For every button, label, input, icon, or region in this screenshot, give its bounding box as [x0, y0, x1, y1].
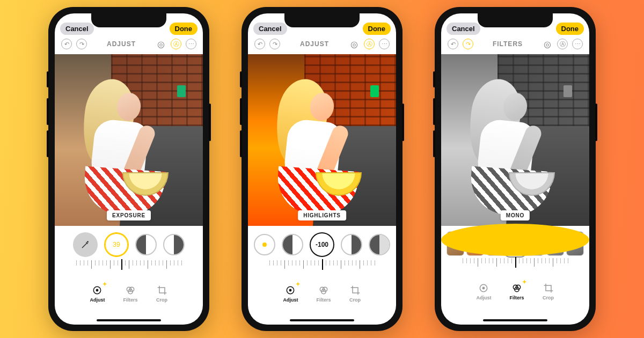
undo-icon[interactable]: ↶	[448, 39, 458, 49]
editor-subbar: ↶ ↷ ADJUST ◎ Ⓐ ⋯	[248, 38, 396, 54]
edited-photo[interactable]: HIGHLIGHTS	[248, 54, 396, 226]
device-notch	[284, 13, 360, 27]
crop-icon	[543, 282, 554, 294]
contrast-dial[interactable]	[369, 234, 390, 255]
auto-badge-icon: ✦	[296, 281, 300, 287]
highlights-dial[interactable]	[163, 234, 185, 255]
filter-thumbnails	[441, 226, 589, 258]
done-button[interactable]: Done	[363, 23, 391, 35]
cancel-button[interactable]: Cancel	[60, 23, 94, 35]
mode-adjust[interactable]: Adjust	[476, 282, 491, 300]
home-indicator	[290, 319, 354, 321]
highlights-dial[interactable]: -100	[310, 232, 334, 257]
value-slider-ruler[interactable]	[55, 260, 203, 276]
filters-icon	[511, 282, 523, 294]
auto-badge-icon: ✦	[103, 281, 107, 287]
brilliance-dial[interactable]	[282, 234, 303, 255]
markup-icon[interactable]: Ⓐ	[557, 39, 568, 49]
markup-icon[interactable]: Ⓐ	[364, 39, 375, 49]
svg-point-1	[97, 289, 98, 291]
shadows-dial[interactable]	[341, 234, 362, 255]
editor-subbar: ↶ ↷ FILTERS ◎ Ⓐ ⋯	[441, 38, 589, 54]
mode-filters[interactable]: Filters	[316, 284, 331, 303]
auto-enhance-dial[interactable]	[73, 232, 98, 257]
more-icon[interactable]: ⋯	[379, 39, 390, 49]
mode-crop[interactable]: Crop	[349, 284, 361, 303]
crop-icon	[349, 284, 361, 296]
filter-thumb-mono[interactable]	[506, 231, 524, 256]
editor-section-title: ADJUST	[91, 40, 151, 48]
auto-badge-icon: ✦	[522, 279, 526, 285]
toggle-preview-icon[interactable]: ◎	[156, 39, 166, 49]
editor-mode-tabs: ✦ Adjust Filters Crop	[55, 276, 203, 310]
device-notch	[478, 13, 553, 27]
mode-filters[interactable]: ✦ Filters	[509, 282, 524, 300]
mode-filters[interactable]: Filters	[123, 284, 137, 303]
home-indicator	[97, 319, 161, 321]
editor-section-title: FILTERS	[478, 40, 538, 48]
undo-icon[interactable]: ↶	[254, 39, 265, 49]
redo-icon[interactable]: ↷	[463, 39, 473, 49]
adjustment-name-chip: MONO	[501, 210, 530, 221]
redo-icon[interactable]: ↷	[269, 39, 280, 49]
adjustment-dials: -100	[248, 226, 396, 260]
adjustment-name-chip: EXPOSURE	[107, 210, 151, 221]
exposure-dial[interactable]: 39	[104, 232, 129, 257]
exposure-dial[interactable]	[254, 234, 275, 255]
mode-adjust[interactable]: ✦ Adjust	[90, 284, 105, 303]
adjustment-dials: 39	[55, 226, 203, 260]
redo-icon[interactable]: ↷	[76, 39, 87, 49]
home-indicator	[483, 319, 547, 321]
phone-mockup: Cancel Done ↶ ↷ FILTERS ◎ Ⓐ ⋯ MONO	[435, 7, 596, 331]
more-icon[interactable]: ⋯	[186, 39, 196, 49]
adjust-icon	[478, 282, 489, 294]
value-slider-ruler[interactable]	[441, 258, 589, 274]
filters-icon	[125, 284, 136, 296]
toggle-preview-icon[interactable]: ◎	[542, 39, 553, 49]
cancel-button[interactable]: Cancel	[447, 23, 480, 35]
editor-section-title: ADJUST	[284, 40, 345, 48]
crop-icon	[156, 284, 168, 296]
editor-mode-tabs: ✦ Adjust Filters Crop	[248, 276, 396, 310]
editor-subbar: ↶ ↷ ADJUST ◎ Ⓐ ⋯	[55, 38, 203, 54]
svg-point-6	[290, 289, 291, 291]
value-slider-ruler[interactable]	[248, 260, 396, 276]
editor-mode-tabs: Adjust ✦ Filters Crop	[441, 274, 589, 307]
device-notch	[91, 13, 166, 27]
adjust-icon	[91, 284, 103, 296]
mode-adjust[interactable]: ✦ Adjust	[283, 284, 298, 303]
mode-crop[interactable]: Crop	[543, 282, 554, 300]
adjust-icon	[284, 284, 296, 296]
markup-icon[interactable]: Ⓐ	[171, 39, 181, 49]
edited-photo[interactable]: EXPOSURE	[55, 54, 203, 226]
edited-photo[interactable]: MONO	[441, 54, 589, 226]
filters-icon	[318, 284, 330, 296]
phone-mockup: Cancel Done ↶ ↷ ADJUST ◎ Ⓐ ⋯ EXPOSURE 39	[48, 7, 209, 331]
mode-crop[interactable]: Crop	[156, 284, 168, 303]
brilliance-dial[interactable]	[135, 234, 157, 255]
done-button[interactable]: Done	[556, 23, 584, 35]
cancel-button[interactable]: Cancel	[253, 23, 287, 35]
done-button[interactable]: Done	[170, 23, 198, 35]
phone-mockup: Cancel Done ↶ ↷ ADJUST ◎ Ⓐ ⋯ HIGHLIGHTS …	[241, 7, 402, 331]
more-icon[interactable]: ⋯	[572, 39, 583, 49]
undo-icon[interactable]: ↶	[61, 39, 72, 49]
toggle-preview-icon[interactable]: ◎	[349, 39, 360, 49]
adjustment-name-chip: HIGHLIGHTS	[298, 210, 346, 221]
svg-point-11	[483, 287, 485, 289]
